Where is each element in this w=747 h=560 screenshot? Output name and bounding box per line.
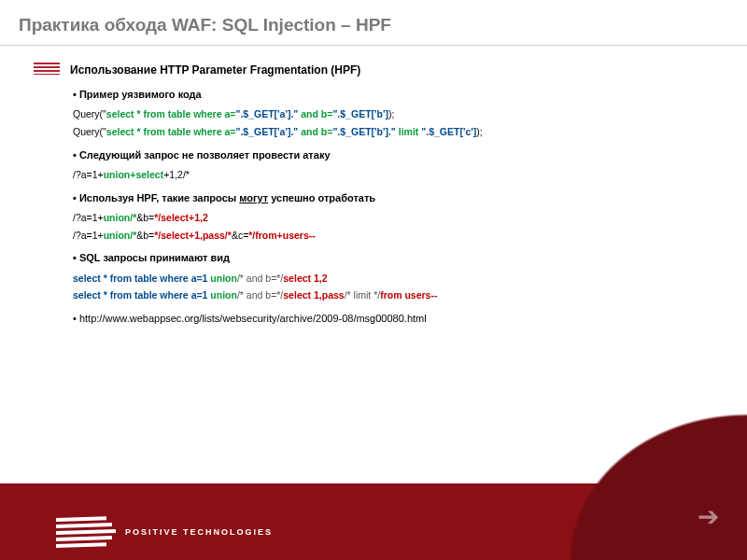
- code-sql-1: select * from table where a=1 union/* an…: [73, 272, 719, 286]
- bullet-example-code: Пример уязвимого кода: [73, 88, 719, 102]
- slide-title: Практика обхода WAF: SQL Injection – HPF: [19, 15, 728, 35]
- brand-logo: POSITIVE TECHNOLOGIES: [56, 517, 273, 547]
- slide-header: Практика обхода WAF: SQL Injection – HPF: [0, 0, 747, 46]
- slide-content: Использование HTTP Parameter Fragmentati…: [0, 46, 747, 327]
- code-request-1: /?a=1+union+select+1,2/*: [73, 168, 719, 182]
- code-query-2: Query("select * from table where a=".$_G…: [73, 125, 719, 139]
- body: Пример уязвимого кода Query("select * fr…: [73, 88, 719, 327]
- brand-text: POSITIVE TECHNOLOGIES: [125, 527, 273, 537]
- us-flag-icon: [34, 63, 60, 77]
- bullet-resulting-sql: SQL запросы принимают вид: [73, 251, 719, 265]
- code-query-1: Query("select * from table where a=".$_G…: [73, 107, 719, 121]
- slide: Практика обхода WAF: SQL Injection – HPF…: [0, 0, 747, 560]
- logo-bars-icon: [56, 516, 116, 548]
- code-request-3: /?a=1+union/*&b=*/select+1,pass/*&c=*/fr…: [73, 229, 719, 243]
- section-heading: Использование HTTP Parameter Fragmentati…: [70, 63, 360, 78]
- bullet-reference-link: http://www.webappsec.org/lists/websecuri…: [73, 312, 719, 326]
- heading-row: Использование HTTP Parameter Fragmentati…: [34, 63, 719, 78]
- next-arrow-icon[interactable]: ➔: [698, 501, 719, 532]
- bullet-hpf-works: Используя HPF, такие запросы могут успеш…: [73, 191, 719, 205]
- bullet-blocked-request: Следующий запрос не позволяет провести а…: [73, 148, 719, 162]
- code-request-2: /?a=1+union/*&b=*/select+1,2: [73, 211, 719, 225]
- code-sql-2: select * from table where a=1 union/* an…: [73, 288, 719, 302]
